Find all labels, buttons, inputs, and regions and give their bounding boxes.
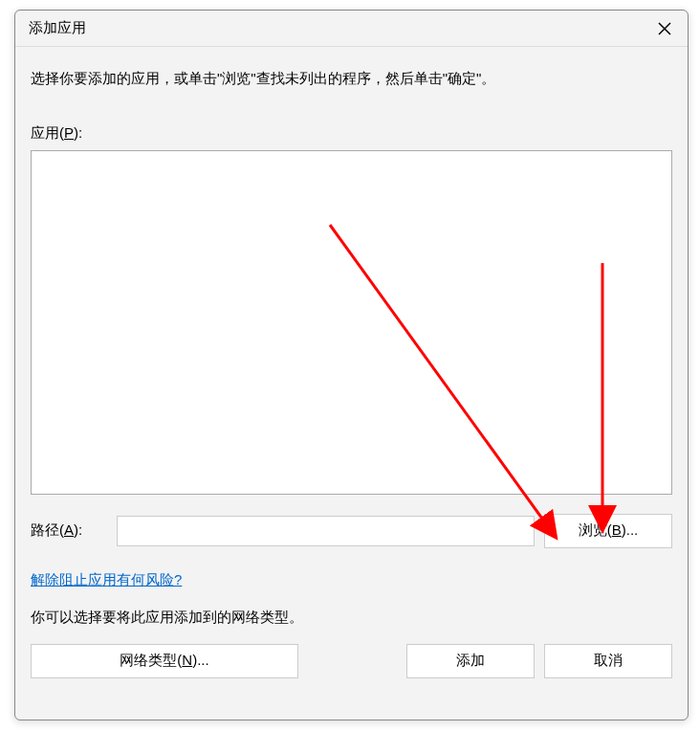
button-row: 网络类型(N)... 添加 取消	[31, 644, 672, 678]
instruction-text: 选择你要添加的应用，或单击"浏览"查找未列出的程序，然后单击"确定"。	[31, 68, 672, 90]
network-type-text: 你可以选择要将此应用添加到的网络类型。	[31, 609, 672, 627]
add-app-dialog: 添加应用 选择你要添加的应用，或单击"浏览"查找未列出的程序，然后单击"确定"。…	[14, 10, 689, 720]
close-button[interactable]	[651, 15, 678, 42]
path-label: 路径(A):	[31, 521, 107, 540]
dialog-title: 添加应用	[29, 19, 86, 37]
apps-listbox[interactable]	[31, 150, 672, 495]
cancel-button[interactable]: 取消	[544, 644, 672, 678]
network-type-button[interactable]: 网络类型(N)...	[31, 644, 298, 678]
apps-label: 应用(P):	[31, 124, 672, 143]
add-button[interactable]: 添加	[406, 644, 535, 678]
risk-link[interactable]: 解除阻止应用有何风险?	[31, 571, 182, 589]
dialog-content: 选择你要添加的应用，或单击"浏览"查找未列出的程序，然后单击"确定"。 应用(P…	[15, 47, 688, 694]
path-input[interactable]	[117, 516, 535, 546]
close-icon	[658, 22, 671, 35]
path-row: 路径(A): 浏览(B)...	[31, 514, 672, 548]
titlebar: 添加应用	[15, 11, 688, 47]
browse-button[interactable]: 浏览(B)...	[544, 514, 672, 548]
